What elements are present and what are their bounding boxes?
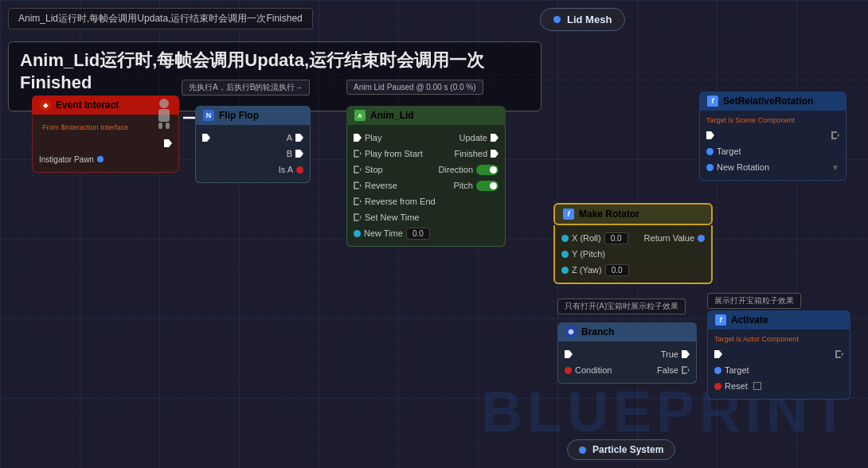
- set-relative-newrot-row: New Rotation ▼: [700, 159, 846, 175]
- anim-lid-node[interactable]: A Anim_Lid Play Update Play from Start F…: [346, 106, 506, 247]
- lid-mesh-pin: [553, 16, 561, 23]
- anim-reversefromend-row: Reverse from End: [347, 193, 505, 209]
- activate-title: Activate: [731, 314, 768, 326]
- activate-subtitle: Target is Actor Component: [708, 334, 850, 346]
- branch-node[interactable]: ⊕ Branch True Condition False: [557, 322, 697, 384]
- anim-lid-header: A Anim_Lid: [346, 106, 506, 125]
- zyaw-input[interactable]: [605, 264, 629, 276]
- flip-flop-node[interactable]: N Flip Flop A B Is A: [195, 106, 311, 183]
- branch-true-label: True: [661, 349, 678, 359]
- ff-b-label: B: [287, 149, 292, 158]
- branch-exec-in: [565, 350, 573, 358]
- event-icon: ◆: [40, 99, 51, 111]
- activate-target-label: Target: [725, 365, 749, 375]
- reversefromend-label: Reverse from End: [365, 197, 436, 206]
- activate-target-pin: [714, 367, 721, 374]
- stop-exec-in: [354, 166, 362, 174]
- branch-exec-row: True: [558, 346, 696, 362]
- newtime-label: New Time: [364, 228, 403, 238]
- set-relative-expand[interactable]: ▼: [831, 163, 839, 172]
- activate-reset-row: Reset: [708, 378, 850, 394]
- setnewtime-exec-in: [354, 213, 362, 221]
- direction-toggle[interactable]: [476, 165, 499, 175]
- xroll-label: X (Roll): [572, 233, 601, 243]
- playfromstart-label: Play from Start: [365, 149, 423, 158]
- set-relative-exec-out: [831, 131, 839, 139]
- reversefromend-exec-in: [354, 197, 362, 205]
- ff-b-pin: [295, 150, 303, 158]
- anim-lid-body: Play Update Play from Start Finished Sto…: [346, 125, 506, 247]
- activate-header: f Activate: [707, 310, 850, 330]
- zyaw-label: Z (Yaw): [572, 265, 602, 275]
- event-interact-node[interactable]: ◆ Event Interact From $Interaction Inter…: [32, 96, 179, 173]
- particle-system-node[interactable]: Particle System: [567, 439, 675, 460]
- anim-lid-title: Anim_Lid: [370, 110, 414, 121]
- svg-rect-2: [158, 123, 162, 129]
- set-relative-subtitle: Target is Scene Component: [700, 115, 846, 127]
- exec-out-row: [33, 135, 178, 151]
- zyaw-pin: [561, 267, 569, 274]
- activate-body: Target is Actor Component Target Reset: [707, 330, 850, 400]
- branch-title: Branch: [581, 326, 614, 337]
- newtime-input[interactable]: [406, 228, 430, 240]
- set-relative-header: f SetRelativeRotation: [699, 92, 846, 111]
- flip-flop-hint: 先执行A，后执行B的轮流执行→: [182, 80, 310, 96]
- stop-label: Stop: [365, 165, 383, 174]
- activate-exec-row: [708, 346, 850, 362]
- event-interact-body: From $Interaction Interface Instigator P…: [32, 115, 179, 173]
- activate-icon: f: [715, 314, 726, 326]
- pitch-toggle[interactable]: [476, 181, 499, 191]
- ypitch-pin: [561, 251, 569, 258]
- set-relative-newrot-label: New Rotation: [717, 162, 769, 172]
- character-icon: [152, 97, 176, 132]
- make-rotator-icon: f: [563, 209, 574, 220]
- ff-exec-in-pin: [202, 134, 210, 142]
- set-relative-title: SetRelativeRotation: [723, 96, 813, 107]
- activate-node[interactable]: f Activate Target is Actor Component Tar…: [707, 310, 850, 400]
- lid-mesh-title: Lid Mesh: [567, 14, 612, 25]
- set-relative-rotation-node[interactable]: f SetRelativeRotation Target is Scene Co…: [699, 92, 846, 181]
- exec-out-arrow: [164, 139, 172, 147]
- activate-target-row: Target: [708, 362, 850, 378]
- ff-b-row: B: [196, 146, 310, 162]
- show-particle-label: 展示打开宝箱粒子效果: [707, 293, 801, 309]
- make-rotator-node[interactable]: f Make Rotator X (Roll) Return Value Y (…: [553, 203, 713, 284]
- flip-flop-body: A B Is A: [195, 125, 311, 183]
- playfromstart-exec-in: [354, 150, 362, 158]
- event-interact-subtitle: From $Interaction Interface: [39, 123, 128, 131]
- instigator-pawn-row: Instigator Pawn: [33, 151, 178, 167]
- lid-mesh-node[interactable]: Lid Mesh: [540, 8, 625, 31]
- branch-condition-pin: [565, 367, 572, 374]
- activate-exec-out: [835, 350, 843, 358]
- activate-exec-in: [714, 350, 722, 358]
- make-rotator-title: Make Rotator: [579, 209, 639, 220]
- anim-icon: A: [354, 110, 366, 121]
- activate-reset-pin: [714, 383, 721, 390]
- instigator-pin: [97, 156, 104, 162]
- branch-false-pin: [682, 366, 690, 374]
- play-label: Play: [365, 133, 381, 142]
- xroll-row: X (Roll) Return Value: [555, 230, 711, 246]
- reset-checkbox[interactable]: [753, 382, 761, 390]
- anim-newtime-row: New Time: [347, 225, 505, 241]
- tooltip-bar: Anim_Lid运行时,每帧会调用Updata,运行结束时会调用一次Finish…: [8, 8, 313, 29]
- reverse-exec-in: [354, 181, 362, 189]
- set-relative-body: Target is Scene Component Target New Rot…: [699, 111, 846, 181]
- xroll-input[interactable]: [604, 232, 628, 244]
- anim-reverse-row: Reverse Pitch: [347, 177, 505, 193]
- zyaw-row: Z (Yaw): [555, 262, 711, 278]
- branch-body: True Condition False: [557, 341, 697, 384]
- set-relative-newrot-pin: [706, 164, 714, 171]
- branch-false-label: False: [657, 365, 678, 375]
- particle-system-pin: [579, 447, 586, 454]
- branch-condition-row: Condition False: [558, 362, 696, 378]
- anim-stop-row: Stop Direction: [347, 162, 505, 177]
- set-relative-exec-in: [706, 131, 714, 139]
- branch-true-pin: [682, 350, 690, 358]
- set-relative-target-row: Target: [700, 143, 846, 159]
- set-relative-target-pin: [706, 148, 714, 155]
- flip-flop-icon: N: [203, 110, 214, 121]
- direction-label: Direction: [439, 165, 473, 174]
- set-relative-icon: f: [707, 96, 718, 107]
- play-exec-in: [354, 134, 362, 142]
